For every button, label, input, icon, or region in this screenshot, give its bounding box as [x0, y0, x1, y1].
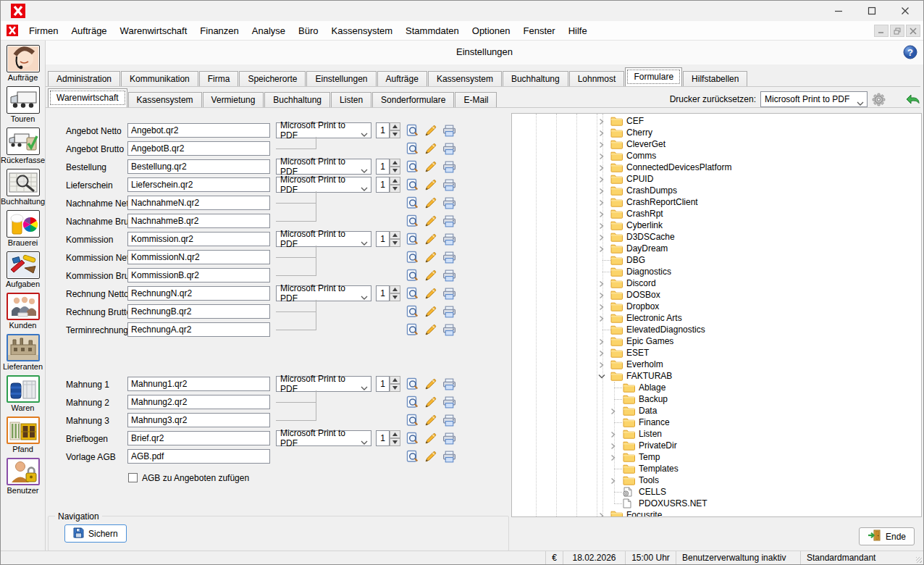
chevron-right-icon[interactable]: [598, 210, 607, 218]
subtab-buchhaltung[interactable]: Buchhaltung: [264, 92, 330, 107]
chevron-right-icon[interactable]: [598, 314, 607, 322]
print-icon[interactable]: [442, 124, 456, 137]
tree-item-cef[interactable]: CEF: [512, 115, 921, 127]
tree-item-finance[interactable]: Finance: [512, 417, 921, 428]
form-file-input[interactable]: [127, 232, 270, 246]
chevron-right-icon[interactable]: [598, 361, 607, 369]
tree-item-diagnostics[interactable]: Diagnostics: [512, 266, 921, 277]
tree-item-crashrpt[interactable]: CrashRpt: [512, 208, 921, 219]
form-file-input[interactable]: [127, 196, 270, 210]
chevron-right-icon[interactable]: [610, 477, 618, 485]
subtab-warenwirtschaft[interactable]: Warenwirtschaft: [48, 88, 127, 107]
copies-field[interactable]: 1: [376, 231, 390, 247]
sidebar-item-benutzer[interactable]: Benutzer: [1, 458, 45, 495]
form-file-input[interactable]: [127, 413, 270, 427]
spin-up-button[interactable]: [390, 231, 400, 239]
tree-item-comms[interactable]: Comms: [512, 150, 921, 162]
edit-pencil-icon[interactable]: [424, 251, 437, 264]
preview-icon[interactable]: [406, 269, 419, 282]
print-icon[interactable]: [442, 178, 456, 191]
tree-item-ablage[interactable]: Ablage: [512, 382, 921, 393]
tree-item-templates[interactable]: Templates: [512, 463, 921, 474]
edit-pencil-icon[interactable]: [424, 305, 437, 318]
spin-down-button[interactable]: [390, 438, 400, 446]
edit-pencil-icon[interactable]: [424, 287, 437, 300]
print-icon[interactable]: [442, 432, 456, 445]
subtab-vermietung[interactable]: Vermietung: [203, 92, 264, 107]
tree-item-focusrite[interactable]: Focusrite: [512, 509, 921, 517]
tree-item-discord[interactable]: Discord: [512, 277, 921, 289]
copies-field[interactable]: 1: [376, 285, 390, 301]
spin-up-button[interactable]: [390, 376, 400, 384]
form-file-input[interactable]: [127, 286, 270, 301]
form-file-input[interactable]: [127, 304, 270, 319]
chevron-right-icon[interactable]: [610, 407, 618, 415]
tab-aufträge[interactable]: Aufträge: [377, 71, 427, 86]
copies-field[interactable]: 1: [376, 430, 390, 446]
printer-select[interactable]: Microsoft Print to PDF: [276, 231, 371, 247]
tree-item-electronic-arts[interactable]: Electronic Arts: [512, 312, 921, 324]
tab-hilfstabellen[interactable]: Hilfstabellen: [683, 71, 747, 86]
tree-item-cells[interactable]: CELLS: [512, 486, 921, 498]
copies-field[interactable]: 1: [376, 122, 390, 138]
edit-pencil-icon[interactable]: [424, 233, 437, 246]
menu-finanzen[interactable]: Finanzen: [193, 22, 245, 39]
sidebar-item-rückerfassen[interactable]: Rückerfassen: [1, 127, 45, 164]
mdi-restore-button[interactable]: [890, 25, 904, 37]
tree-item-cleverget[interactable]: CleverGet: [512, 138, 921, 150]
tree-item-temp[interactable]: Temp: [512, 451, 921, 463]
chevron-right-icon[interactable]: [598, 129, 607, 137]
preview-icon[interactable]: [406, 160, 419, 173]
menu-warenwirtschaft[interactable]: Warenwirtschaft: [114, 22, 194, 39]
preview-icon[interactable]: [406, 450, 419, 463]
print-icon[interactable]: [442, 142, 456, 155]
preview-icon[interactable]: [406, 287, 419, 300]
menu-kassensystem[interactable]: Kassensystem: [325, 22, 400, 39]
window-close-button[interactable]: [889, 1, 922, 21]
chevron-right-icon[interactable]: [598, 141, 607, 148]
sidebar-item-buchhaltung[interactable]: Buchhaltung: [1, 169, 45, 206]
tree-item-connecteddevicesplatform[interactable]: ConnectedDevicesPlatform: [512, 162, 921, 173]
window-minimize-button[interactable]: [822, 1, 855, 21]
print-icon[interactable]: [442, 450, 456, 463]
sidebar-item-touren[interactable]: Touren: [1, 86, 45, 123]
tree-item-crashdumps[interactable]: CrashDumps: [512, 185, 921, 196]
form-file-input[interactable]: [127, 123, 270, 138]
spin-up-button[interactable]: [390, 122, 400, 130]
tree-item-dbg[interactable]: DBG: [512, 254, 921, 266]
tree-item-d3dscache[interactable]: D3DSCache: [512, 231, 921, 243]
form-file-input[interactable]: [127, 431, 270, 445]
tree-item-everholm[interactable]: Everholm: [512, 359, 921, 370]
printer-settings-button[interactable]: [872, 93, 886, 106]
form-file-input[interactable]: [127, 322, 270, 337]
menu-analyse[interactable]: Analyse: [245, 22, 292, 39]
form-file-input[interactable]: [127, 214, 270, 228]
copies-field[interactable]: 1: [376, 376, 390, 392]
printer-select[interactable]: Microsoft Print to PDF: [276, 177, 371, 193]
spin-down-button[interactable]: [390, 384, 400, 392]
print-icon[interactable]: [442, 269, 456, 282]
print-icon[interactable]: [442, 414, 456, 427]
tab-lohnmost[interactable]: Lohnmost: [569, 71, 625, 86]
window-maximize-button[interactable]: [855, 1, 889, 21]
form-file-input[interactable]: [127, 449, 270, 464]
printer-select[interactable]: Microsoft Print to PDF: [276, 285, 371, 301]
tab-firma[interactable]: Firma: [199, 71, 239, 86]
edit-pencil-icon[interactable]: [424, 450, 437, 463]
sidebar-item-lieferanten[interactable]: Lieferanten: [1, 334, 45, 371]
preview-icon[interactable]: [406, 396, 419, 409]
chevron-right-icon[interactable]: [598, 164, 607, 172]
chevron-down-icon[interactable]: [598, 372, 607, 380]
subtab-sonderformulare[interactable]: Sonderformulare: [372, 92, 454, 107]
menu-hilfe[interactable]: Hilfe: [562, 22, 594, 39]
spin-down-button[interactable]: [390, 239, 400, 247]
spin-up-button[interactable]: [390, 177, 400, 185]
sidebar-item-aufgaben[interactable]: Aufgaben: [1, 251, 45, 288]
edit-pencil-icon[interactable]: [424, 124, 437, 137]
resize-grip[interactable]: [915, 551, 923, 564]
tree-item-cyberlink[interactable]: Cyberlink: [512, 219, 921, 231]
preview-icon[interactable]: [406, 178, 419, 191]
print-icon[interactable]: [442, 305, 456, 318]
preview-icon[interactable]: [406, 251, 419, 264]
tab-administration[interactable]: Administration: [48, 71, 120, 86]
